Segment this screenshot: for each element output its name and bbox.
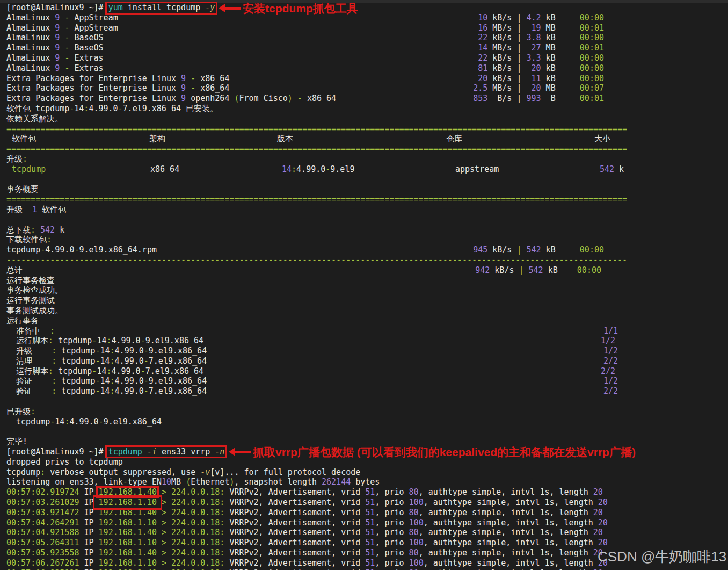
terminal-right-column: 2.5 MB/s | 20 MB 00:07 (473, 83, 604, 93)
terminal-right-column: 22 kB/s | 3.8 kB 00:00 (473, 33, 604, 43)
terminal-text-segment: AlmaLinux (6, 33, 55, 42)
terminal-line: Extra Packages for Enterprise Linux 9 - … (6, 74, 728, 84)
terminal-text-segment: - (95, 356, 100, 366)
terminal-line: AlmaLinux 9 - AppStream 10 kB/s | 4.2 kB… (6, 13, 728, 23)
terminal-text-segment: 20 (532, 63, 541, 73)
terminal-text-segment: 00:00 (577, 265, 601, 275)
terminal-text-segment (473, 53, 478, 63)
terminal-right-column: 1/2 (601, 336, 615, 346)
terminal-text-segment: 11 (532, 74, 541, 83)
terminal-text-segment: 00:00 (580, 53, 604, 63)
terminal-text-segment: 9 (181, 93, 186, 103)
terminal-text-segment: 20 (598, 538, 608, 547)
terminal-text-segment: : (110, 346, 115, 356)
terminal-text-segment: 4.99.0 (111, 366, 140, 376)
terminal-text-segment: 00:07 (580, 83, 604, 93)
terminal-text-segment: k (614, 164, 624, 174)
terminal-text-segment: 51 (365, 497, 375, 507)
terminal-text-segment: , authtype simple, intvl 1s, length (419, 568, 593, 570)
terminal-text-segment: : (110, 376, 115, 386)
terminal-text-segment: 2/2 (603, 386, 618, 396)
terminal-line: 00:57:04.921588 IP 192.168.1.40 > 224.0.… (6, 528, 728, 538)
terminal-text-segment: 20 (598, 518, 608, 528)
terminal-text-segment: 3.3 (527, 53, 541, 63)
terminal-text-segment: 00:57:03.261029 (6, 497, 79, 507)
terminal-text-segment: 192.168.1.10 > 224.0.0.18: (99, 538, 225, 547)
terminal-text-segment: 7.el9.x86_64 (149, 386, 207, 396)
terminal-line: 依赖关系解决。 (6, 114, 728, 124)
terminal-text-segment: -i (147, 447, 157, 457)
terminal-text-segment: 1 (32, 205, 37, 214)
terminal-text-segment: - (297, 93, 302, 103)
terminal-text-segment: IP (79, 518, 98, 528)
terminal-text-segment: 运行事务测试 (6, 295, 55, 305)
terminal-text-segment: - (141, 336, 145, 345)
terminal-text-segment: 4.99.0 (115, 346, 144, 356)
terminal-table-cell: x86_64 (150, 164, 179, 175)
terminal-text-segment: 14 (97, 366, 106, 376)
terminal-text-segment: MB/s | (487, 43, 531, 53)
terminal-text-segment: : (52, 356, 56, 366)
terminal-line: AlmaLinux 9 - Extras 81 kB/s | 20 kB 00:… (6, 63, 728, 74)
terminal-line: 准备中 :1/1 (6, 326, 728, 336)
terminal-text-segment: 升级 (6, 346, 52, 356)
terminal-text-segment: 51 (365, 558, 375, 568)
terminal-text-segment: 运行事务 (6, 316, 39, 326)
terminal-text-segment: tcpdump (56, 386, 95, 396)
terminal-text-segment: 1/2 (603, 346, 618, 356)
terminal-table-cell: 软件包 (12, 134, 36, 144)
terminal-text-segment: 100 (409, 538, 424, 547)
terminal-text-segment: 依赖关系解决。 (6, 114, 63, 124)
terminal-text-segment: kB/s | (487, 33, 526, 42)
terminal-text-segment: IP (79, 528, 98, 537)
terminal-text-segment: 下载软件包 (6, 235, 47, 244)
terminal-text-segment: AppStream (69, 13, 118, 23)
terminal-line: AlmaLinux 9 - BaseOS 14 MB/s | 27 MB 00:… (6, 43, 728, 53)
terminal-text-segment: MB/s | (487, 83, 531, 93)
terminal-text-segment: tcpdump (6, 417, 50, 427)
terminal-text-segment: VRRPv2, Advertisement, vrid (224, 487, 365, 497)
terminal-line: ========================================… (6, 124, 728, 134)
terminal-text-segment: 51 (365, 487, 375, 497)
terminal-text-segment: : (52, 386, 56, 396)
terminal-text-segment: kB (541, 245, 580, 255)
terminal-text-segment: 20 (593, 508, 603, 517)
terminal-text-segment: MB (541, 83, 580, 93)
terminal-text-segment: , prio (375, 548, 409, 558)
terminal-text-segment: BaseOS (69, 43, 103, 53)
terminal-text-segment: 00:57:04.921588 (6, 528, 79, 537)
terminal-text-segment: 542 (600, 164, 614, 174)
terminal-text-segment: [root@AlmaLinux9 ~]# (6, 3, 108, 12)
terminal-screen[interactable]: [root@AlmaLinux9 ~]# yum install tcpdump… (0, 3, 728, 570)
terminal-right-column: 14 MB/s | 27 MB 00:01 (473, 43, 604, 53)
terminal-text-segment: 51 (365, 568, 375, 570)
terminal-text-segment: VRRPv2, Advertisement, vrid (224, 558, 365, 568)
terminal-text-segment: kB (541, 63, 580, 73)
terminal-line: tcpdump: verbose output suppressed, use … (6, 467, 728, 478)
terminal-text-segment: - (325, 164, 330, 174)
terminal-text-segment: ========================================… (6, 144, 627, 154)
terminal-text-segment: openh264 (186, 93, 234, 103)
terminal-text-segment: 9.el9.x86_64 (149, 346, 207, 356)
terminal-text-segment: 事务概要 (6, 184, 39, 194)
terminal-text-segment: listening on ens33, link (6, 477, 123, 487)
terminal-text-segment: 80 (409, 548, 419, 558)
terminal-text-segment: 14 (100, 356, 110, 366)
terminal-text-segment: 软件包 (37, 205, 66, 214)
terminal-text-segment: 已升级 (6, 407, 31, 416)
terminal-text-segment: - (50, 417, 55, 427)
terminal-text-segment: AlmaLinux (6, 23, 55, 33)
terminal-line: [root@AlmaLinux9 ~]# yum install tcpdump… (6, 3, 728, 13)
terminal-text-segment: 14 (55, 417, 64, 427)
terminal-text-segment: 20 (593, 487, 603, 497)
terminal-text-segment: install tcpdump (123, 3, 206, 12)
terminal-text-segment: MB (541, 43, 580, 53)
terminal-text-segment: 51 (365, 538, 375, 547)
terminal-text-segment: , authtype simple, intvl 1s, length (424, 538, 598, 547)
terminal-text-segment: VRRPv2, Advertisement, vrid (224, 538, 365, 547)
terminal-text-segment: IP (79, 568, 98, 570)
terminal-text-segment: 10 (478, 13, 487, 23)
terminal-text-segment: dropped privs to tcpdump (6, 457, 123, 467)
terminal-text-segment: 00:01 (580, 43, 604, 53)
terminal-text-segment: , snapshot length (234, 477, 322, 487)
